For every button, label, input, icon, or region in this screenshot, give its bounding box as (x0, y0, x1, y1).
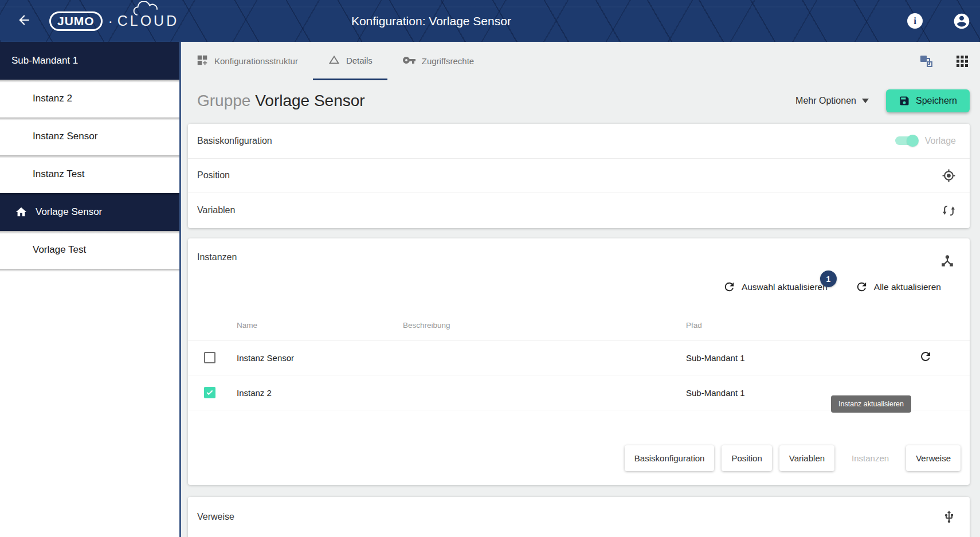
tab-konfigurationsstruktur[interactable]: Konfigurationsstruktur (181, 42, 313, 80)
footer-button-instanzen-disabled: Instanzen (842, 445, 899, 471)
footer-button-basiskonfiguration[interactable]: Basiskonfiguration (625, 445, 715, 471)
sidebar: Sub-Mandant 1 Instanz 2 Instanz Sensor I… (0, 42, 179, 537)
grid-view-icon[interactable] (956, 55, 969, 68)
refresh-icon (855, 280, 868, 293)
instanzen-card: Instanzen Auswahl aktualisieren 1 Alle a… (188, 238, 970, 485)
cell-name: Instanz Sensor (237, 352, 294, 362)
verweise-card: Verweise (188, 497, 970, 537)
tab-bar: Konfigurationsstruktur Details Zugriffsr… (181, 42, 980, 80)
page-title-name: Vorlage Sensor (255, 92, 364, 109)
section-basiskonfiguration[interactable]: Basiskonfiguration Vorlage (188, 124, 970, 159)
tab-zugriffsrechte[interactable]: Zugriffsrechte (387, 42, 489, 80)
page-header: Gruppe Vorlage Sensor Mehr Optionen Spei… (181, 80, 980, 121)
account-icon[interactable] (952, 12, 971, 30)
tab-label: Zugriffsrechte (422, 56, 474, 66)
row-refresh-button[interactable] (919, 350, 932, 366)
chevron-down-icon (862, 99, 869, 103)
footer-button-verweise[interactable]: Verweise (906, 445, 961, 471)
instanzen-title: Instanzen (188, 238, 970, 262)
view-switcher (919, 42, 980, 80)
column-header-pfad: Pfad (686, 321, 702, 330)
home-icon (15, 206, 28, 218)
sidebar-shadow (0, 269, 179, 272)
sidebar-item-vorlage-test[interactable]: Vorlage Test (0, 231, 179, 269)
check-icon (206, 389, 214, 397)
app-root: JUMO · CLOUD Konfiguration: Vorlage Sens… (0, 0, 980, 537)
table-header: Name Beschreibung Pfad (188, 313, 970, 340)
instanz-aktualisieren-tooltip: Instanz aktualisieren (831, 395, 911, 413)
sidebar-item-label: Instanz Sensor (33, 131, 97, 142)
dashboard-customize-icon (196, 54, 209, 68)
usb-icon (942, 510, 956, 524)
sidebar-item-vorlage-sensor[interactable]: Vorlage Sensor (0, 193, 179, 231)
update-all-button[interactable]: Alle aktualisieren (855, 280, 941, 293)
sidebar-item-label: Instanz Test (33, 168, 84, 180)
sidebar-item-label: Vorlage Sensor (36, 206, 102, 218)
section-label: Position (197, 170, 230, 181)
column-header-name: Name (237, 321, 257, 330)
window-title: Konfiguration: Vorlage Sensor (351, 14, 511, 28)
toggle-thumb (907, 135, 919, 147)
cell-pfad: Sub-Mandant 1 (686, 352, 745, 362)
footer-buttons: Basiskonfiguration Position Variablen In… (188, 445, 970, 471)
info-icon[interactable]: i (907, 13, 923, 29)
save-button-label: Speichern (916, 96, 957, 106)
jumo-cloud-logo: JUMO · CLOUD (49, 11, 179, 31)
table-row-instanz-sensor[interactable]: Instanz Sensor Sub-Mandant 1 (188, 340, 970, 375)
tree-view-icon[interactable] (919, 54, 934, 68)
app-header: JUMO · CLOUD Konfiguration: Vorlage Sens… (0, 0, 980, 42)
header-actions: i (907, 12, 971, 30)
sections-card: Basiskonfiguration Vorlage Position (188, 124, 970, 228)
sidebar-item-instanz-sensor[interactable]: Instanz Sensor (0, 117, 179, 155)
tab-label: Konfigurationsstruktur (214, 56, 298, 66)
sidebar-item-label: Vorlage Test (33, 244, 86, 256)
cell-pfad: Sub-Mandant 1 (686, 387, 745, 397)
vorlage-toggle[interactable] (895, 136, 917, 145)
sidebar-item-label: Sub-Mandant 1 (11, 55, 78, 66)
row-checkbox-checked[interactable] (204, 387, 215, 398)
update-selection-label: Auswahl aktualisieren (742, 282, 828, 292)
footer-button-variablen[interactable]: Variablen (779, 445, 834, 471)
cell-name: Instanz 2 (237, 387, 272, 397)
triangle-details-icon (328, 53, 340, 68)
logo-separator: · (108, 13, 113, 29)
row-checkbox-unchecked[interactable] (204, 352, 215, 363)
key-icon (402, 53, 416, 69)
sidebar-item-label: Instanz 2 (33, 93, 72, 104)
refresh-icon (919, 350, 932, 363)
update-all-label: Alle aktualisieren (874, 282, 941, 292)
column-header-beschreibung: Beschreibung (403, 321, 450, 330)
update-selection-button[interactable]: Auswahl aktualisieren 1 (723, 280, 828, 293)
main-content: Konfigurationsstruktur Details Zugriffsr… (181, 42, 980, 537)
section-label: Verweise (197, 512, 234, 522)
variables-swap-icon (942, 203, 956, 218)
back-button[interactable] (14, 11, 34, 32)
cloud-icon (132, 1, 162, 16)
tab-details[interactable]: Details (313, 42, 387, 80)
back-arrow-icon (17, 13, 32, 30)
section-position[interactable]: Position (188, 159, 970, 194)
section-label: Basiskonfiguration (197, 136, 272, 146)
footer-button-position[interactable]: Position (722, 445, 771, 471)
sidebar-item-sub-mandant-1[interactable]: Sub-Mandant 1 (0, 42, 179, 80)
jumo-logo: JUMO (49, 11, 103, 31)
refresh-icon (723, 280, 736, 293)
page-title: Gruppe Vorlage Sensor (197, 92, 365, 110)
vorlage-toggle-label: Vorlage (925, 136, 956, 146)
sidebar-divider (179, 42, 181, 537)
device-hub-icon (940, 253, 955, 271)
sidebar-item-instanz-2[interactable]: Instanz 2 (0, 80, 179, 117)
my-location-icon (942, 168, 956, 183)
section-verweise[interactable]: Verweise (188, 497, 970, 537)
section-variablen[interactable]: Variablen (188, 193, 970, 228)
save-button[interactable]: Speichern (886, 89, 970, 112)
cloud-logo: CLOUD (117, 13, 179, 29)
more-options-label: Mehr Optionen (795, 96, 856, 106)
selection-count-badge: 1 (820, 271, 837, 287)
refresh-actions: Auswahl aktualisieren 1 Alle aktualisier… (188, 277, 970, 297)
more-options-button[interactable]: Mehr Optionen (792, 91, 872, 111)
page-title-prefix: Gruppe (197, 92, 250, 109)
section-label: Variablen (197, 205, 235, 215)
save-floppy-icon (899, 95, 910, 107)
sidebar-item-instanz-test[interactable]: Instanz Test (0, 155, 179, 193)
